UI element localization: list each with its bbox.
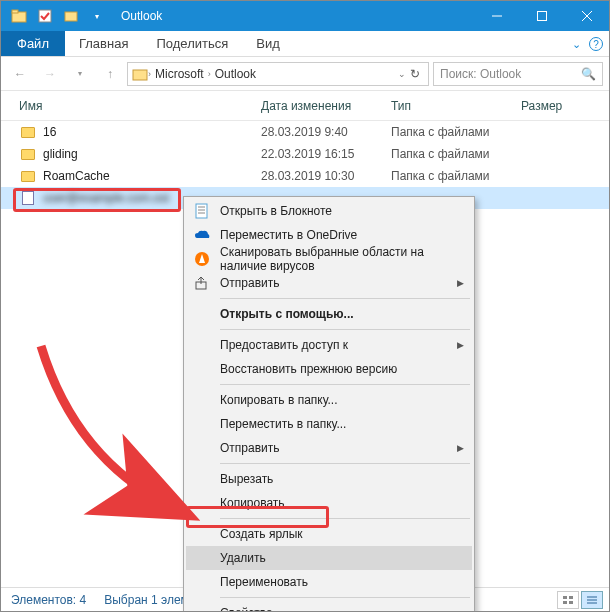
properties-icon[interactable] bbox=[33, 4, 57, 28]
file-icon bbox=[19, 190, 37, 206]
svg-rect-2 bbox=[39, 10, 51, 22]
tab-file[interactable]: Файл bbox=[1, 31, 65, 56]
annotation-arrow bbox=[26, 331, 206, 531]
address-dropdown-icon[interactable]: ⌄ bbox=[398, 69, 406, 79]
menu-separator bbox=[220, 329, 470, 330]
list-item[interactable]: RoamCache28.03.2019 10:30Папка с файлами bbox=[1, 165, 609, 187]
tab-share[interactable]: Поделиться bbox=[142, 31, 242, 56]
svg-rect-16 bbox=[569, 596, 573, 599]
menu-item[interactable]: Открыть с помощью... bbox=[186, 302, 472, 326]
menu-item[interactable]: Отправить▶ bbox=[186, 436, 472, 460]
file-type: Папка с файлами bbox=[391, 169, 521, 183]
column-date[interactable]: Дата изменения bbox=[261, 99, 391, 113]
menu-item[interactable]: Копировать в папку... bbox=[186, 388, 472, 412]
menu-item-label: Открыть с помощью... bbox=[220, 307, 354, 321]
breadcrumb-segment[interactable]: Outlook bbox=[211, 67, 260, 81]
refresh-icon[interactable]: ↻ bbox=[406, 67, 424, 81]
menu-item-label: Создать ярлык bbox=[220, 527, 303, 541]
view-thumbnails-button[interactable] bbox=[557, 591, 579, 609]
svg-rect-8 bbox=[133, 70, 147, 80]
file-date: 28.03.2019 9:40 bbox=[261, 125, 391, 139]
column-name[interactable]: Имя bbox=[1, 99, 261, 113]
menu-item-label: Переименовать bbox=[220, 575, 308, 589]
help-icon[interactable]: ? bbox=[589, 37, 603, 51]
menu-item[interactable]: Отправить▶ bbox=[186, 271, 472, 295]
menu-separator bbox=[220, 298, 470, 299]
file-date: 28.03.2019 10:30 bbox=[261, 169, 391, 183]
column-type[interactable]: Тип bbox=[391, 99, 521, 113]
menu-item-label: Отправить bbox=[220, 441, 280, 455]
menu-item[interactable]: Вырезать bbox=[186, 467, 472, 491]
back-button[interactable]: ← bbox=[7, 61, 33, 87]
folder-icon bbox=[19, 168, 37, 184]
svg-rect-1 bbox=[12, 10, 18, 13]
folder-icon bbox=[19, 124, 37, 140]
context-menu: Открыть в БлокнотеПереместить в OneDrive… bbox=[183, 196, 475, 612]
menu-item-label: Отправить bbox=[220, 276, 280, 290]
file-type: Папка с файлами bbox=[391, 147, 521, 161]
file-date: 22.03.2019 16:15 bbox=[261, 147, 391, 161]
file-name: 16 bbox=[43, 125, 261, 139]
close-button[interactable] bbox=[564, 1, 609, 31]
window-controls bbox=[474, 1, 609, 31]
menu-item[interactable]: Открыть в Блокноте bbox=[186, 199, 472, 223]
menu-item[interactable]: Копировать bbox=[186, 491, 472, 515]
ribbon-expand-icon[interactable]: ⌄ bbox=[572, 38, 581, 51]
menu-item[interactable]: Восстановить прежнюю версию bbox=[186, 357, 472, 381]
maximize-button[interactable] bbox=[519, 1, 564, 31]
menu-item-label: Копировать в папку... bbox=[220, 393, 338, 407]
forward-button[interactable]: → bbox=[37, 61, 63, 87]
menu-separator bbox=[220, 463, 470, 464]
menu-item-label: Предоставить доступ к bbox=[220, 338, 348, 352]
list-item[interactable]: gliding22.03.2019 16:15Папка с файлами bbox=[1, 143, 609, 165]
menu-separator bbox=[220, 597, 470, 598]
titlebar: ▾ Outlook bbox=[1, 1, 609, 31]
file-name: gliding bbox=[43, 147, 261, 161]
qat-dropdown-icon[interactable]: ▾ bbox=[85, 4, 109, 28]
quick-access-toolbar: ▾ bbox=[1, 4, 109, 28]
menu-separator bbox=[220, 384, 470, 385]
menu-item[interactable]: Предоставить доступ к▶ bbox=[186, 333, 472, 357]
folder-icon bbox=[19, 146, 37, 162]
menu-item-label: Открыть в Блокноте bbox=[220, 204, 332, 218]
view-details-button[interactable] bbox=[581, 591, 603, 609]
menu-item[interactable]: Переименовать bbox=[186, 570, 472, 594]
folder-small-icon[interactable] bbox=[59, 4, 83, 28]
window-title: Outlook bbox=[109, 9, 474, 23]
search-icon[interactable]: 🔍 bbox=[581, 67, 596, 81]
tab-view[interactable]: Вид bbox=[242, 31, 294, 56]
menu-item[interactable]: Удалить bbox=[186, 546, 472, 570]
column-size[interactable]: Размер bbox=[521, 99, 609, 113]
search-placeholder: Поиск: Outlook bbox=[440, 67, 521, 81]
menu-item-label: Удалить bbox=[220, 551, 266, 565]
minimize-button[interactable] bbox=[474, 1, 519, 31]
recent-dropdown-icon[interactable]: ▾ bbox=[67, 61, 93, 87]
menu-item[interactable]: Свойства bbox=[186, 601, 472, 612]
tab-home[interactable]: Главная bbox=[65, 31, 142, 56]
ribbon-tabs: Файл Главная Поделиться Вид ⌄ ? bbox=[1, 31, 609, 57]
breadcrumb-segment[interactable]: Microsoft bbox=[151, 67, 208, 81]
file-name: RoamCache bbox=[43, 169, 261, 183]
menu-item[interactable]: Переместить в папку... bbox=[186, 412, 472, 436]
status-element-count: Элементов: 4 bbox=[11, 593, 86, 607]
share-icon bbox=[193, 274, 211, 292]
menu-item-label: Переместить в OneDrive bbox=[220, 228, 357, 242]
list-item[interactable]: 1628.03.2019 9:40Папка с файлами bbox=[1, 121, 609, 143]
menu-item-label: Копировать bbox=[220, 496, 285, 510]
svg-rect-3 bbox=[65, 12, 77, 21]
submenu-indicator-icon: ▶ bbox=[457, 278, 464, 288]
svg-rect-17 bbox=[563, 601, 567, 604]
menu-item[interactable]: Переместить в OneDrive bbox=[186, 223, 472, 247]
menu-item[interactable]: Сканировать выбранные области на наличие… bbox=[186, 247, 472, 271]
search-input[interactable]: Поиск: Outlook 🔍 bbox=[433, 62, 603, 86]
column-headers: Имя Дата изменения Тип Размер bbox=[1, 91, 609, 121]
address-bar: ← → ▾ ↑ › Microsoft › Outlook ⌄ ↻ Поиск:… bbox=[1, 57, 609, 91]
menu-item-label: Сканировать выбранные области на наличие… bbox=[220, 245, 472, 273]
up-button[interactable]: ↑ bbox=[97, 61, 123, 87]
file-type: Папка с файлами bbox=[391, 125, 521, 139]
svg-rect-5 bbox=[537, 12, 546, 21]
address-input[interactable]: › Microsoft › Outlook ⌄ ↻ bbox=[127, 62, 429, 86]
folder-icon bbox=[7, 4, 31, 28]
menu-item[interactable]: Создать ярлык bbox=[186, 522, 472, 546]
avast-icon bbox=[193, 250, 211, 268]
